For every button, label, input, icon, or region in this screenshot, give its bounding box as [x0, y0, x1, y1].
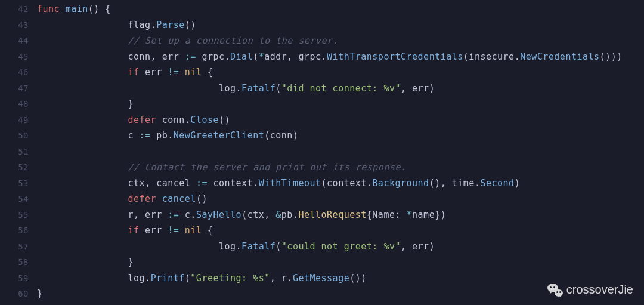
- line-number: 49: [0, 112, 37, 128]
- code-line[interactable]: 45 conn, err := grpc.Dial(*addr, grpc.Wi…: [0, 49, 644, 65]
- code-line[interactable]: 55 r, err := c.SayHello(ctx, &pb.HelloRe…: [0, 207, 644, 223]
- code-content: flag.Parse(): [37, 17, 644, 33]
- line-number: 50: [0, 128, 37, 144]
- code-line[interactable]: 50 c := pb.NewGreeterClient(conn): [0, 128, 644, 144]
- code-content: conn, err := grpc.Dial(*addr, grpc.WithT…: [37, 49, 644, 65]
- code-content: log.Fatalf("could not greet: %v", err): [37, 239, 644, 255]
- watermark-text: crossoverJie: [566, 283, 633, 297]
- code-line[interactable]: 42func main() {: [0, 1, 644, 17]
- code-content: // Contact the server and print out its …: [37, 159, 644, 175]
- code-content: }: [37, 254, 644, 270]
- code-content: if err != nil {: [37, 64, 644, 81]
- code-line[interactable]: 58 }: [0, 254, 644, 270]
- code-content: // Set up a connection to the server.: [37, 33, 644, 49]
- code-content: }: [37, 96, 644, 112]
- code-line[interactable]: 51: [0, 144, 644, 160]
- code-line[interactable]: 49 defer conn.Close(): [0, 112, 644, 128]
- code-content: ctx, cancel := context.WithTimeout(conte…: [37, 175, 644, 192]
- line-number: 59: [0, 270, 37, 286]
- watermark: crossoverJie: [547, 283, 633, 297]
- line-number: 55: [0, 207, 37, 223]
- line-number: 52: [0, 159, 37, 175]
- code-content: if err != nil {: [37, 223, 644, 239]
- line-number: 54: [0, 191, 37, 207]
- code-content: func main() {: [37, 1, 644, 17]
- code-line[interactable]: 48 }: [0, 96, 644, 112]
- code-line[interactable]: 54 defer cancel(): [0, 191, 644, 207]
- line-number: 45: [0, 49, 37, 65]
- code-content: defer conn.Close(): [37, 112, 644, 128]
- line-number: 46: [0, 64, 37, 81]
- code-line[interactable]: 52 // Contact the server and print out i…: [0, 159, 644, 175]
- line-number: 42: [0, 1, 37, 17]
- line-number: 51: [0, 144, 37, 160]
- code-line[interactable]: 53 ctx, cancel := context.WithTimeout(co…: [0, 175, 644, 192]
- code-line[interactable]: 46 if err != nil {: [0, 64, 644, 81]
- line-number: 44: [0, 33, 37, 49]
- code-line[interactable]: 43 flag.Parse(): [0, 17, 644, 33]
- code-content: log.Fatalf("did not connect: %v", err): [37, 81, 644, 97]
- line-number: 60: [0, 286, 37, 302]
- line-number: 58: [0, 254, 37, 270]
- code-content: r, err := c.SayHello(ctx, &pb.HelloReque…: [37, 207, 644, 223]
- code-line[interactable]: 56 if err != nil {: [0, 223, 644, 239]
- line-number: 57: [0, 239, 37, 255]
- line-number: 56: [0, 223, 37, 239]
- code-line[interactable]: 57 log.Fatalf("could not greet: %v", err…: [0, 239, 644, 255]
- code-content: c := pb.NewGreeterClient(conn): [37, 128, 644, 144]
- line-number: 53: [0, 175, 37, 192]
- code-line[interactable]: 47 log.Fatalf("did not connect: %v", err…: [0, 81, 644, 97]
- code-content: defer cancel(): [37, 191, 644, 207]
- line-number: 48: [0, 96, 37, 112]
- wechat-icon: [547, 284, 563, 297]
- line-number: 47: [0, 81, 37, 97]
- line-number: 43: [0, 17, 37, 33]
- code-line[interactable]: 44 // Set up a connection to the server.: [0, 33, 644, 49]
- code-editor[interactable]: 42func main() {43 flag.Parse()44 // Set …: [0, 0, 644, 302]
